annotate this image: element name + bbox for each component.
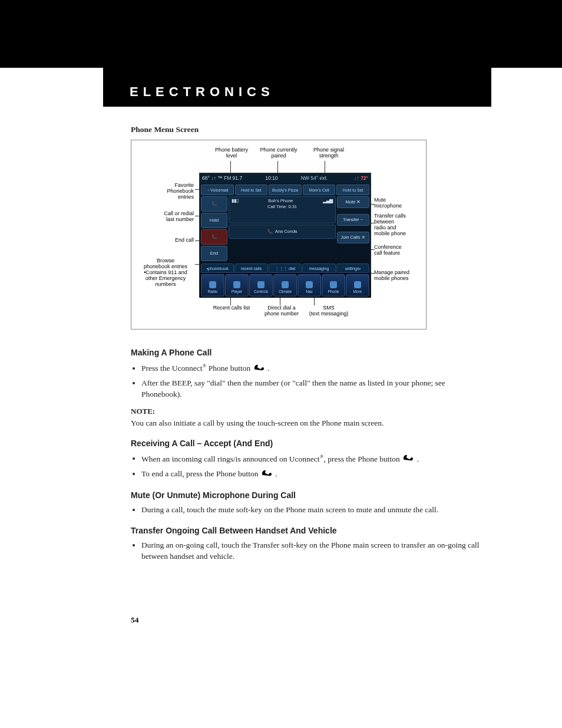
status-compass: NW 54° ext. (301, 175, 328, 182)
callout-paired: Phone currentlypaired (255, 147, 302, 159)
making-call-list: Press the Uconnect® Phone button . After… (131, 362, 485, 400)
callout-manage: Manage pairedmobile phones (374, 270, 424, 282)
nav-climate[interactable]: Climate (273, 274, 297, 297)
manual-page: ELECTRONICS Phone Menu Screen Phone batt… (0, 0, 562, 728)
fav-4[interactable]: Mom's Cell (303, 185, 336, 195)
nav-phone[interactable]: Phone (322, 274, 345, 297)
main-nav: Radio Player Controls Climate Nav Phone … (200, 273, 371, 298)
nav-radio[interactable]: Radio (201, 274, 224, 297)
nav-more[interactable]: More (346, 274, 369, 297)
page-number: 54 (131, 615, 139, 625)
tab-settings[interactable]: settings• (336, 263, 369, 273)
signal-icon: ▂▄▆ (323, 198, 333, 204)
list-item: After the BEEP, say "dial" then the numb… (141, 378, 485, 400)
note-text: You can also initiate a call by using th… (131, 418, 485, 429)
list-item: Press the Uconnect® Phone button . (141, 362, 485, 374)
fav-2[interactable]: Hold to Set (235, 185, 268, 195)
player-icon (233, 281, 240, 288)
receiving-heading: Receiving A Call – Accept (And End) (131, 438, 485, 449)
status-temp-right: ↓↑ 72° (354, 175, 368, 182)
nav-controls[interactable]: Controls (249, 274, 273, 297)
list-item: When an incoming call rings/is announced… (141, 453, 485, 465)
tab-phonebook[interactable]: •phonebook (201, 263, 234, 273)
receiving-list: When an incoming call rings/is announced… (131, 453, 485, 480)
status-temp-left: 68° ↓↑ ™ FM 91.7 (202, 175, 242, 182)
callout-favorites: FavoritePhonebookentries (135, 183, 194, 200)
transfer-heading: Transfer Ongoing Call Between Handset An… (131, 525, 485, 536)
favorites-row: →Voicemail Hold to Set Buddy's Pizza Mom… (200, 183, 371, 196)
making-call-heading: Making A Phone Call (131, 347, 485, 358)
end-button[interactable]: End (201, 246, 227, 261)
callout-signal: Phone signalstrength (305, 147, 352, 159)
callout-conference: Conferencecall feature (374, 245, 424, 256)
callout-recent: Recent calls list (208, 305, 255, 311)
status-bar: 68° ↓↑ ™ FM 91.7 10:10 NW 54° ext. ↓↑ 72… (200, 173, 371, 183)
nav-player[interactable]: Player (225, 274, 249, 297)
controls-icon (257, 281, 265, 288)
more-icon (354, 281, 361, 288)
status-clock: 10:10 (265, 175, 277, 182)
callout-sms: SMS(text messaging) (305, 305, 352, 317)
call-grid: 📞 Hold 📞 End ▮▮▯Bob's Phone▂▄▆ Call Time… (200, 196, 371, 262)
note-label: NOTE: (131, 406, 485, 417)
climate-icon (282, 281, 289, 288)
battery-icon: ▮▮▯ (232, 198, 239, 204)
join-calls-button[interactable]: Join Calls ⤨ (337, 232, 369, 243)
figure-title: Phone Menu Screen (131, 124, 485, 135)
list-item: During an on-going call, touch the Trans… (141, 540, 485, 562)
phone-menu-diagram: Phone batterylevel Phone currentlypaired… (131, 140, 427, 330)
tab-recent[interactable]: recent calls (234, 263, 267, 273)
fav-1[interactable]: →Voicemail (201, 185, 234, 195)
phone-handset-icon (402, 453, 415, 465)
callout-transfer: Transfer callsbetweenradio andmobile pho… (374, 213, 424, 237)
list-item: To end a call, press the Phone button . (141, 469, 485, 480)
tab-messaging[interactable]: messaging (302, 263, 335, 273)
navigation-icon (306, 281, 313, 288)
phone-nav-icon (330, 281, 337, 288)
radio-icon (209, 281, 216, 288)
tab-dial[interactable]: ⋮⋮⋮ dial (269, 263, 302, 273)
list-item: During a call, touch the mute soft-key o… (141, 505, 485, 516)
active-call-info: ▮▮▯Bob's Phone▂▄▆ Call Time: 0:31 (229, 196, 336, 223)
phone-small-icon: 📞 (267, 229, 273, 235)
transfer-list: During an on-going call, touch the Trans… (131, 540, 485, 562)
callout-endcall: End call (135, 238, 194, 243)
uconnect-screen: 68° ↓↑ ™ FM 91.7 10:10 NW 54° ext. ↓↑ 72… (199, 173, 371, 298)
call-time: Call Time: 0:31 (232, 204, 333, 210)
top-black-bar (0, 0, 562, 68)
mute-button[interactable]: Mute ✕ (337, 196, 369, 208)
phone-name: Bob's Phone (268, 198, 293, 204)
call-icon-button[interactable]: 📞 (201, 196, 227, 212)
nav-nav[interactable]: Nav (297, 274, 321, 297)
callout-mute: Mutemicrophone (374, 197, 424, 209)
fav-5[interactable]: Hold to Set (336, 185, 369, 195)
phone-handset-icon (253, 363, 266, 375)
fav-3[interactable]: Buddy's Pizza (269, 185, 302, 195)
page-content: Phone Menu Screen Phone batterylevel Pho… (0, 107, 562, 562)
phone-handset-icon (260, 469, 273, 480)
callout-redial: Call or rediallast number (135, 211, 194, 223)
contact-name: Ana Conda (275, 229, 297, 235)
phone-tabs: •phonebook recent calls ⋮⋮⋮ dial messagi… (200, 262, 371, 273)
callout-dial: Direct dial aphone number (258, 305, 305, 317)
redphone-icon-button[interactable]: 📞 (201, 229, 227, 245)
mute-list: During a call, touch the mute soft-key o… (131, 505, 485, 516)
section-header: ELECTRONICS (103, 68, 491, 107)
callout-phonebook: Browsephonebook entries•Contains 911 and… (135, 258, 196, 287)
callout-battery: Phone batterylevel (208, 147, 255, 159)
transfer-button[interactable]: Transfer→ (337, 214, 369, 226)
mute-heading: Mute (Or Unmute) Microphone During Call (131, 490, 485, 501)
hold-button[interactable]: Hold (201, 213, 227, 228)
contact-row[interactable]: 📞 Ana Conda (229, 225, 336, 239)
